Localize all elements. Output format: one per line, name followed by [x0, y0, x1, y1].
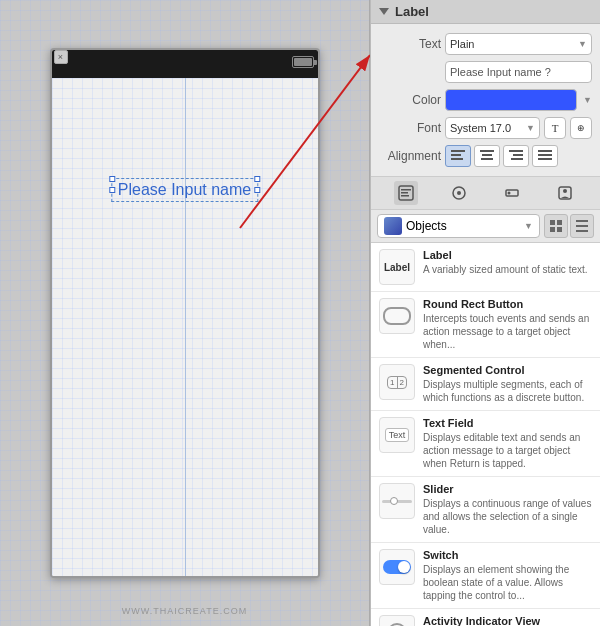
font-controls: System 17.0 ▼ T ⊕	[445, 117, 592, 139]
align-center-button[interactable]	[474, 145, 500, 167]
text-input-value: Please Input name ?	[450, 66, 551, 78]
tab-size[interactable]	[500, 181, 524, 205]
font-row: Font System 17.0 ▼ T ⊕	[371, 114, 600, 142]
svg-rect-27	[557, 227, 562, 232]
list-item[interactable]: Text Text Field Displays editable text a…	[371, 411, 600, 477]
obj-icon-activity	[379, 615, 415, 626]
list-item[interactable]: Slider Displays a continuous range of va…	[371, 477, 600, 543]
objects-select[interactable]: Objects ▼	[377, 214, 540, 238]
objects-icon	[384, 217, 402, 235]
text-type-arrow: ▼	[578, 39, 587, 49]
svg-rect-6	[482, 154, 492, 156]
font-arrow: ▼	[526, 123, 535, 133]
status-bar	[52, 50, 318, 78]
obj-desc-switch: Displays an element showing the boolean …	[423, 563, 592, 602]
collapse-triangle[interactable]	[379, 8, 389, 15]
close-button[interactable]: ×	[54, 50, 68, 64]
color-row: Color ▼	[371, 86, 600, 114]
text-input-row: Please Input name ?	[371, 58, 600, 86]
svg-rect-17	[401, 195, 409, 197]
panel-title: Label	[395, 4, 429, 19]
tab-attributes[interactable]	[394, 181, 418, 205]
svg-rect-4	[451, 158, 463, 160]
text-row: Text Plain ▼	[371, 30, 600, 58]
svg-point-23	[563, 189, 567, 193]
obj-icon-label: Label	[379, 249, 415, 285]
svg-rect-30	[576, 230, 588, 232]
objects-arrow: ▼	[524, 221, 533, 231]
svg-rect-29	[576, 225, 588, 227]
handle-middle-right	[254, 187, 260, 193]
alignment-label: Alignment	[379, 149, 441, 163]
list-item[interactable]: Label Label A variably sized amount of s…	[371, 243, 600, 292]
obj-name-label: Label	[423, 249, 592, 261]
alignment-controls	[445, 145, 592, 167]
svg-rect-7	[481, 158, 493, 160]
obj-name-switch: Switch	[423, 549, 592, 561]
svg-rect-16	[401, 192, 408, 194]
obj-desc-roundrect: Intercepts touch events and sends an act…	[423, 312, 592, 351]
align-left-button[interactable]	[445, 145, 471, 167]
grid-view-button[interactable]	[544, 214, 568, 238]
obj-icon-slider	[379, 483, 415, 519]
obj-desc-textfield: Displays editable text and sends an acti…	[423, 431, 592, 470]
iphone-frame: Please Input name	[50, 48, 320, 578]
objects-list: Label Label A variably sized amount of s…	[371, 243, 600, 626]
obj-desc-segmented: Displays multiple segments, each of whic…	[423, 378, 592, 404]
alignment-row: Alignment	[371, 142, 600, 170]
svg-rect-15	[401, 189, 411, 191]
canvas-label-text: Please Input name	[118, 181, 251, 198]
align-justify-button[interactable]	[532, 145, 558, 167]
svg-rect-13	[538, 158, 552, 160]
obj-desc-slider: Displays a continuous range of values an…	[423, 497, 592, 536]
list-item[interactable]: 1 2 Segmented Control Displays multiple …	[371, 358, 600, 411]
watermark: WWW.THAICREATE.COM	[122, 606, 247, 616]
list-item[interactable]: Switch Displays an element showing the b…	[371, 543, 600, 609]
svg-point-21	[508, 192, 511, 195]
svg-rect-5	[480, 150, 494, 152]
font-label: Font	[379, 121, 441, 135]
text-type-select[interactable]: Plain ▼	[445, 33, 592, 55]
canvas-area: × Please Input name	[0, 0, 370, 626]
font-value: System 17.0	[450, 122, 511, 134]
text-input-field[interactable]: Please Input name ?	[445, 61, 592, 83]
obj-name-textfield: Text Field	[423, 417, 592, 429]
obj-icon-segmented: 1 2	[379, 364, 415, 400]
color-swatch[interactable]	[445, 89, 577, 111]
list-item[interactable]: Round Rect Button Intercepts touch event…	[371, 292, 600, 358]
obj-name-roundrect: Round Rect Button	[423, 298, 592, 310]
handle-middle-left	[109, 187, 115, 193]
text-type-value: Plain	[450, 38, 474, 50]
right-panel: Label Text Plain ▼ Please Input name ? C…	[370, 0, 600, 626]
text-label: Text	[379, 37, 441, 51]
align-right-button[interactable]	[503, 145, 529, 167]
color-label: Color	[379, 93, 441, 107]
svg-rect-28	[576, 220, 588, 222]
obj-desc-label: A variably sized amount of static text.	[423, 263, 592, 276]
tab-identity[interactable]	[553, 181, 577, 205]
obj-icon-roundrect	[379, 298, 415, 334]
properties-section: Text Plain ▼ Please Input name ? Color ▼…	[371, 24, 600, 177]
font-size-button[interactable]: ⊕	[570, 117, 592, 139]
font-select[interactable]: System 17.0 ▼	[445, 117, 540, 139]
handle-top-right	[254, 176, 260, 182]
list-item[interactable]: Activity Indicator View Provides feedbac…	[371, 609, 600, 626]
canvas-label-widget[interactable]: Please Input name	[111, 178, 258, 202]
svg-rect-2	[451, 150, 465, 152]
handle-top-left	[109, 176, 115, 182]
iphone-body: Please Input name	[52, 78, 318, 576]
objects-label: Objects	[406, 219, 524, 233]
svg-rect-11	[538, 150, 552, 152]
tab-events[interactable]	[447, 181, 471, 205]
font-T-button[interactable]: T	[544, 117, 566, 139]
obj-icon-switch	[379, 549, 415, 585]
svg-rect-3	[451, 154, 461, 156]
svg-rect-12	[538, 154, 552, 156]
svg-rect-25	[557, 220, 562, 225]
list-view-button[interactable]	[570, 214, 594, 238]
color-arrow: ▼	[583, 95, 592, 105]
svg-rect-9	[513, 154, 523, 156]
svg-rect-26	[550, 227, 555, 232]
obj-name-slider: Slider	[423, 483, 592, 495]
svg-rect-8	[509, 150, 523, 152]
